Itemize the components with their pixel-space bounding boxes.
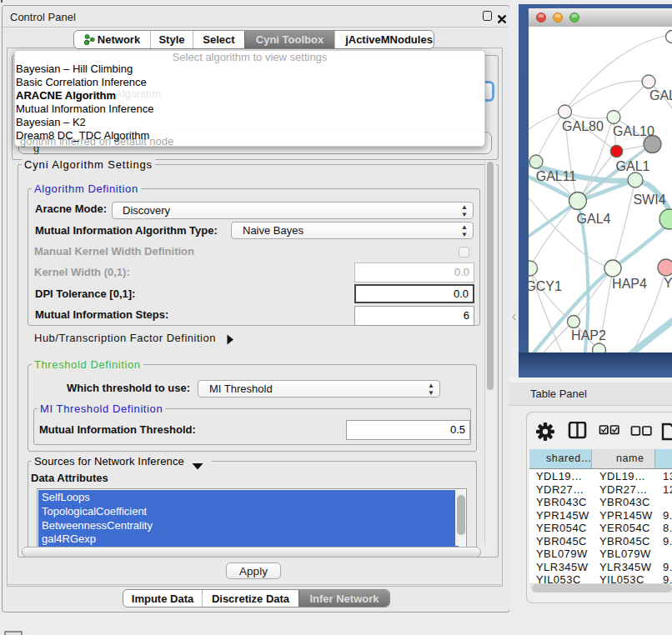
svg-text:Y: Y	[664, 276, 672, 290]
svg-text:GAL7: GAL7	[649, 88, 672, 102]
svg-text:GAL10: GAL10	[613, 124, 654, 138]
svg-text:HAP2: HAP2	[571, 328, 606, 342]
svg-text:GAL80: GAL80	[562, 119, 604, 133]
svg-text:GAL4: GAL4	[577, 212, 611, 226]
svg-text:GAL11: GAL11	[536, 169, 577, 183]
svg-text:SWI4: SWI4	[633, 192, 665, 207]
svg-text:GAL1: GAL1	[616, 159, 650, 173]
svg-text:GCY1: GCY1	[529, 279, 562, 293]
svg-text:HAP4: HAP4	[612, 277, 647, 291]
